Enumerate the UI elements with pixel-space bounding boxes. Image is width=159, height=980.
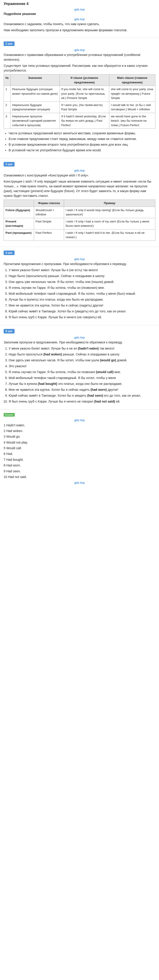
divider-5 [0,409,159,410]
answer-list: 1 Hadn't eaten.2 Had woken.3 Would go.4 … [4,423,155,480]
wish-time: Future (будущее) [4,207,34,218]
wish-table: Форма глагола Пример Future (будущее) Wo… [4,200,155,241]
step2-hint: Ознакомимся с правилами образования и уп… [4,52,155,62]
step2-label: 2 шаг [4,41,14,46]
step5-sentence: Это ужасно! [9,364,155,369]
step5-sentence: У меня ужасно болит живот. Лучше бы я не… [9,346,155,351]
step4-sentence: Я очень скучаю по Гарри. Я бы хотела, чт… [9,285,155,290]
cond-table-row: 2 Нереальное будущее (предполагаемая сит… [4,102,155,113]
step5-sentence: Лучше бы я купила (had bought) это плать… [9,382,155,386]
cond-main: we would have gone to the beach. (мы бы … [109,113,155,129]
answer-item: 2 Had woken. [4,428,155,433]
step4-label: 4 шаг [4,251,14,255]
wish-form: Past Perfect [34,229,64,240]
step5-hint: Заполним пропуски в предложениях. При не… [4,340,155,345]
cond-main: I would talk to her. (я бы с ней поговор… [109,102,155,113]
cond-table-row: 3 Нереальное прошлое (возможный сценарий… [4,113,155,129]
step3-body: Конструкция с wish / If only передаёт на… [4,179,155,198]
step1-task: Нам необходимо заполнить пропуски в пред… [4,28,155,33]
step5-sentence: Они здесь уже несколько часов. Я бы хоте… [9,358,155,363]
step3-label: 3 шаг [4,162,14,167]
answer-item: 9 Had seen. [4,469,155,474]
conditional-table: № Значение If clause (условное предложен… [4,74,155,129]
exercise-subtitle: Подробное решение [4,12,155,16]
answer-item: 3 Would go. [4,434,155,439]
step5-label: 5 шаг [4,329,14,334]
step5-sentence: Мой мобильный телефон такой старомодный.… [9,375,155,380]
note-3: В условном предложении второго типа упот… [9,142,155,147]
step3-section: 3 шаг gdz.top Ознакомимся с конструкцией… [0,160,159,245]
wish-example: I wish / If only it would stop raining! … [64,207,155,218]
wish-example: I wish / If only I hadn't told it to her… [64,229,155,240]
note-1: Части условных предложений могут менятьс… [9,131,155,136]
col-if: If clause (условное предложение) [59,75,109,86]
step4-sentence: Лучше бы я (купить) это платье, когда он… [9,297,155,302]
step4-sentences: У меня ужасно болит живот. Лучше бы я (н… [4,268,155,320]
watermark-8: gdz.top [4,480,155,485]
step5-sentences: У меня ужасно болит живот. Лучше бы я не… [4,346,155,404]
watermark-6: gdz.top [4,335,155,340]
wish-form: Past Simple [34,218,64,229]
wish-table-row: Past (прошедшее) Past Perfect I wish / I… [4,229,155,240]
step4-hint: Прочитаем предложения с пропусками. При … [4,262,155,266]
cond-table-row: 1 Реальное будущее (ситуация может произ… [4,86,155,102]
answer-item: 10 Had not said. [4,474,155,479]
answer-item: 6 Had. [4,451,155,456]
wish-col-time [4,200,34,207]
watermark-5: gdz.top [4,256,155,262]
step4-section: 4 шаг gdz.top Прочитаем предложения с пр… [0,249,159,323]
answer-item: 5 Would call. [4,445,155,450]
cond-num: 3 [4,113,11,129]
step5-sentence: Я очень скучаю по Гарри. Я бы хотела, чт… [9,370,155,374]
divider-3 [0,247,159,247]
cond-num: 2 [4,102,11,113]
answer-item: 7 Had bought. [4,457,155,462]
answer-item: 1 Hadn't eaten. [4,423,155,428]
step2-section: 2 шаг gdz.top Ознакомимся с правилами об… [0,40,159,156]
watermark-2: gdz.top [4,16,155,22]
answer-label: Answer [4,413,15,417]
wish-col-example: Пример [64,200,155,207]
watermark-1: gdz.top [4,7,155,12]
cond-meaning: Реальное будущее (ситуация может произой… [10,86,59,102]
col-meaning: Значение [10,75,59,86]
step4-sentence: Они здесь уже несколько часов. Я бы хоте… [9,280,155,284]
col-num: № [4,75,11,86]
cond-meaning: Нереальное будущее (предполагаемая ситуа… [10,102,59,113]
wish-example: I wish / If only I had a room of my own!… [64,218,155,229]
step4-sentence: Мне не нравится эта куртка. Хотел бы я с… [9,303,155,308]
step3-hint: Ознакомимся с конструкцией «Конструкция … [4,173,155,178]
step4-sentence: У меня ужасно болит живот. Лучше бы я (н… [9,268,155,272]
note-4: В условной части не употребляется будуще… [9,148,155,153]
answer-item: 4 Would not play. [4,440,155,445]
step5-sentence: Юрий сейчас живёт в Таиланде. Хотел бы я… [9,393,155,398]
answer-section: Answer gdz.top 1 Hadn't eaten.2 Had woke… [0,411,159,487]
exercise-title: Упражнение 4 [4,2,155,6]
col-main: Main clause (главное предложение) [109,75,155,86]
note-2: Если главное предложение стоит перед зав… [9,137,155,142]
step4-sentence: Мой мобильный телефон такой старомодный.… [9,291,155,296]
wish-time: Present (настоящее) [4,218,34,229]
exercise-header: Упражнение 4 gdz.top Подробное решение g… [0,0,159,36]
step1-intro: Ознакомимся с заданием, чтобы понять, чт… [4,22,155,27]
answer-item: 8 Had worn. [4,463,155,468]
step4-sentence: Я был очень груб с Кэрри. Лучше бы я нич… [9,315,155,320]
cond-if: If it hadn't rained yesterday, (Если бы … [59,113,109,129]
step2-body: Существует три типа условных предложений… [4,64,155,73]
wish-form: Would/could + infinitive [34,207,64,218]
step5-sentence: Надо было проснуться (had woken) раньше.… [9,352,155,357]
wish-table-row: Present (настоящее) Past Simple I wish /… [4,218,155,229]
step4-sentence: Юрий сейчас живёт в Таиланде. Хотел бы я… [9,309,155,314]
watermark-7: gdz.top [4,417,155,423]
watermark-4: gdz.top [4,168,155,173]
watermark-3: gdz.top [4,47,155,52]
wish-col-form: Форма глагола [34,200,64,207]
step4-sentence: Надо было (просыпаться) раньше. Сейчас я… [9,274,155,278]
cond-if: If you invite her, she will come to your… [59,86,109,102]
notes-list: Части условных предложений могут менятьс… [4,131,155,153]
step5-section: 5 шаг gdz.top Заполним пропуски в предло… [0,327,159,407]
cond-if: If I were you, (На твоём месте) Past Sim… [59,102,109,113]
cond-meaning: Нереальное прошлое (возможный сценарий р… [10,113,59,129]
divider-4 [0,325,159,325]
cond-main: she will come to your party. (она придёт… [109,86,155,102]
